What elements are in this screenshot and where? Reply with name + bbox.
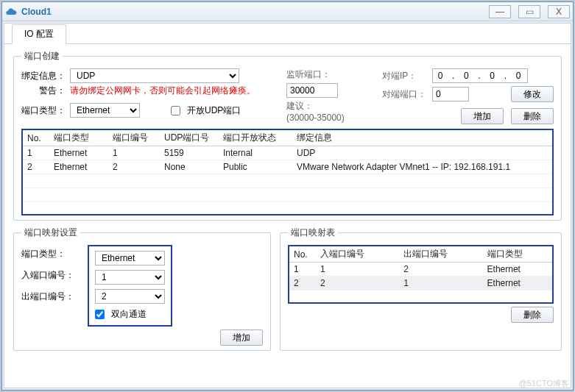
table-row[interactable]: 221Ethernet (289, 277, 552, 291)
suggest-label: 建议： (286, 101, 313, 111)
map-table-header: No. 入端口编号 出端口编号 端口类型 (289, 246, 552, 263)
window-title: Cloud1 (21, 7, 489, 17)
minimize-button[interactable]: — (489, 5, 511, 18)
bidir-checkbox[interactable] (95, 310, 105, 319)
tab-strip: IO 配置 (4, 24, 571, 44)
ms-in-port-label: 入端口编号： (21, 269, 74, 282)
map-table-legend: 端口映射表 (288, 227, 338, 239)
table-row[interactable]: 2Ethernet2NonePublicVMware Network Adapt… (23, 160, 552, 174)
watermark: @51CTO博客 (519, 378, 569, 389)
app-window: Cloud1 — ▭ X IO 配置 端口创建 绑定信息： UDP (1, 1, 574, 391)
client-area: IO 配置 端口创建 绑定信息： UDP 警告： 请勿绑定公网网卡，否则可能会引… (4, 23, 571, 388)
warning-text: 请勿绑定公网网卡，否则可能会引起网络瘫痪。 (70, 85, 255, 97)
map-settings-group: 端口映射设置 端口类型： 入端口编号： 出端口编号： Ethernet 1 2 … (13, 227, 271, 351)
ms-out-port-select[interactable]: 2 (95, 289, 165, 304)
tab-io-config[interactable]: IO 配置 (12, 24, 66, 44)
ms-port-type-select[interactable]: Ethernet (95, 251, 165, 266)
ms-port-type-label: 端口类型： (21, 248, 74, 260)
open-udp-checkbox[interactable] (171, 106, 180, 115)
peer-port-input[interactable] (432, 87, 469, 101)
map-table[interactable]: No. 入端口编号 出端口编号 端口类型 112Ethernet 221Ethe… (288, 245, 554, 304)
port-delete-button[interactable]: 删除 (511, 108, 554, 124)
titlebar: Cloud1 — ▭ X (2, 2, 573, 21)
table-row[interactable]: 1Ethernet15159InternalUDP (23, 146, 552, 160)
bind-info-label: 绑定信息： (21, 70, 66, 82)
port-table[interactable]: No. 端口类型 端口编号 UDP端口号 端口开放状态 绑定信息 1Ethern… (21, 129, 554, 215)
peer-port-label: 对端端口： (382, 88, 428, 101)
suggest-range: (30000-35000) (286, 113, 345, 123)
ms-in-port-select[interactable]: 1 (95, 270, 165, 285)
peer-ip-label: 对端IP： (382, 70, 428, 82)
warning-label: 警告： (39, 85, 66, 97)
open-udp-checkbox-label[interactable]: 开放UDP端口 (171, 104, 241, 117)
close-button[interactable]: X (548, 5, 570, 18)
peer-ip-input[interactable] (432, 68, 528, 83)
modify-button[interactable]: 修改 (511, 86, 554, 102)
bind-info-select[interactable]: UDP (70, 68, 239, 83)
map-add-button[interactable]: 增加 (220, 329, 263, 346)
map-delete-button[interactable]: 删除 (511, 307, 554, 323)
map-table-group: 端口映射表 No. 入端口编号 出端口编号 端口类型 112Ethernet 2… (280, 227, 562, 351)
port-table-header: No. 端口类型 端口编号 UDP端口号 端口开放状态 绑定信息 (23, 130, 552, 146)
bidir-checkbox-label[interactable]: 双向通道 (95, 308, 165, 321)
port-add-button[interactable]: 增加 (461, 108, 504, 124)
cloud-icon (5, 6, 17, 18)
maximize-button[interactable]: ▭ (518, 5, 540, 18)
listen-port-input[interactable] (286, 83, 338, 98)
port-type-select[interactable]: Ethernet (70, 103, 140, 118)
map-settings-legend: 端口映射设置 (21, 227, 80, 239)
map-settings-box: Ethernet 1 2 双向通道 (88, 245, 172, 327)
ms-out-port-label: 出端口编号： (21, 291, 74, 303)
port-create-legend: 端口创建 (21, 50, 63, 63)
table-row[interactable]: 112Ethernet (289, 263, 552, 277)
listen-port-label: 监听端口： (286, 68, 367, 81)
port-create-group: 端口创建 绑定信息： UDP 警告： 请勿绑定公网网卡，否则可能会引起网络瘫痪。… (13, 50, 562, 221)
port-type-label: 端口类型： (21, 104, 66, 117)
